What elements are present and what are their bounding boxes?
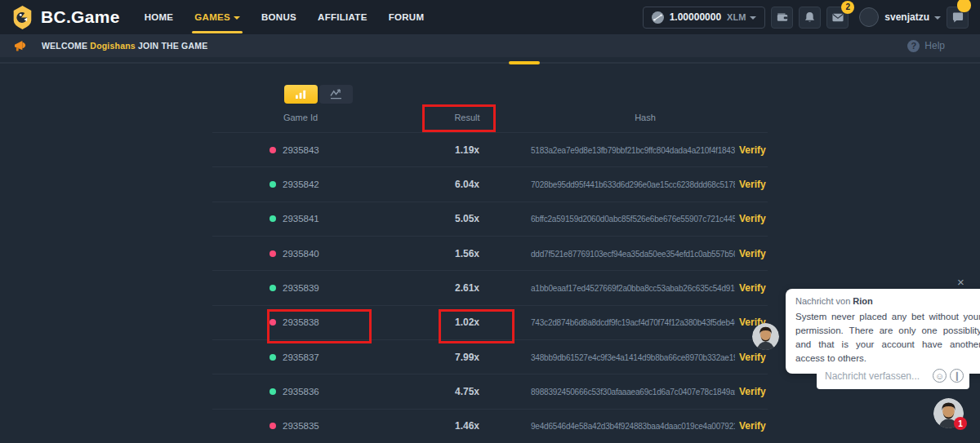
chevron-down-icon xyxy=(234,16,240,20)
table-row: 2935839 2.61x a1bb0eaaf17ed4527669f2a0bb… xyxy=(212,270,768,304)
balance-selector[interactable]: 1.00000000 XLM xyxy=(643,7,766,29)
brand-name: BC.Game xyxy=(41,7,120,27)
game-id[interactable]: 2935842 xyxy=(283,179,319,189)
brand-logo[interactable]: BC.Game xyxy=(0,5,120,30)
status-dot xyxy=(270,423,276,429)
result-value: 2.61x xyxy=(455,282,479,294)
game-id-cell: 2935840 xyxy=(270,249,319,259)
game-id[interactable]: 2935840 xyxy=(283,249,319,259)
game-id-cell: 2935841 xyxy=(270,214,319,224)
megaphone-icon xyxy=(14,40,28,52)
help-button[interactable]: ? Help xyxy=(907,40,966,52)
header-game-id: Game Id xyxy=(283,113,318,122)
question-mark-icon: ? xyxy=(907,40,920,52)
result-value: 7.99x xyxy=(455,352,479,363)
hash-value: ddd7f521e87769103ecf94ea35da50ee354efd1c… xyxy=(531,249,735,258)
bc-game-logo-icon xyxy=(11,5,33,30)
hash-value: 348bb9db61527e4c9f3e4a1414d9b8ba66ce8970… xyxy=(531,352,735,361)
wallet-button[interactable] xyxy=(771,7,793,29)
verify-button[interactable]: Verify xyxy=(739,213,766,224)
section-divider xyxy=(0,62,980,64)
game-id-cell: 2935839 xyxy=(270,283,319,293)
hash-value: 9e4d6546d4e58a42d3b4f924883baa4daac019ce… xyxy=(531,422,735,431)
result-value: 1.46x xyxy=(455,420,479,432)
avatar-photo xyxy=(752,323,779,350)
bar-chart-icon xyxy=(295,89,307,100)
verify-button[interactable]: Verify xyxy=(739,248,766,259)
chat-message-header: Nachricht von Rion xyxy=(795,296,980,306)
announcement-text: WELCOME Dogishans JOIN THE GAME xyxy=(42,41,207,51)
chevron-down-icon xyxy=(934,16,941,20)
nav-item-affiliate[interactable]: AFFILIATE xyxy=(318,0,368,34)
nav-item-bonus[interactable]: BONUS xyxy=(261,0,296,34)
chat-unread-badge: 1 xyxy=(954,417,967,430)
game-id[interactable]: 2935835 xyxy=(283,421,319,431)
chat-header-prefix: Nachricht von xyxy=(795,296,850,306)
verify-button[interactable]: Verify xyxy=(739,282,766,294)
status-dot xyxy=(270,354,276,361)
chat-toggle-button[interactable] xyxy=(947,7,969,29)
balance-amount: 1.00000000 xyxy=(670,11,721,23)
chat-message-card: Nachricht von Rion System never placed a… xyxy=(786,289,980,374)
chat-badge xyxy=(957,0,971,12)
header-hash: Hash xyxy=(635,113,656,122)
nav-item-home[interactable]: HOME xyxy=(145,0,174,34)
currency-dropdown[interactable]: XLM xyxy=(727,12,756,22)
verify-button[interactable]: Verify xyxy=(739,386,766,397)
result-value: 1.19x xyxy=(455,144,479,156)
verify-button[interactable]: Verify xyxy=(739,420,766,432)
game-id-cell: 2935843 xyxy=(270,145,319,155)
table-row: 2935840 1.56x ddd7f521e87769103ecf94ea35… xyxy=(212,236,768,270)
tab-trends[interactable] xyxy=(319,85,353,104)
chat-bubble-icon xyxy=(952,12,964,23)
status-dot xyxy=(270,215,276,222)
game-id[interactable]: 2935837 xyxy=(283,352,319,362)
notifications-button[interactable] xyxy=(799,7,821,29)
envelope-icon xyxy=(832,13,844,22)
username: svenjatzu xyxy=(884,11,929,23)
game-id[interactable]: 2935841 xyxy=(283,214,319,224)
table-row: 2935842 6.04x 7028be95dd95f441b633d6d296… xyxy=(212,166,768,201)
announcement-bar: WELCOME Dogishans JOIN THE GAME ? Help xyxy=(0,34,980,57)
status-dot xyxy=(270,285,276,291)
emoji-icon[interactable]: ☺ xyxy=(933,369,947,383)
hash-value: 5183a2ea7e9d8e13fb79bbf21bc9ffc804dada4a… xyxy=(531,145,735,154)
user-avatar[interactable] xyxy=(859,7,879,27)
progress-dash xyxy=(509,61,540,64)
table-row: 2935835 1.46x 9e4d6546d4e58a42d3b4f92488… xyxy=(212,409,768,443)
attachment-icon[interactable]: ❙ xyxy=(950,369,964,383)
game-history-table: Game Id Result Hash 2935843 1.19x 5183a2… xyxy=(212,78,768,443)
game-id[interactable]: 2935843 xyxy=(283,145,319,155)
result-value: 5.05x xyxy=(455,213,479,224)
announcement-username[interactable]: Dogishans xyxy=(90,41,135,51)
bell-icon xyxy=(804,11,815,23)
mail-button[interactable]: 2 xyxy=(826,7,849,29)
bc-game-page: BC.Game HOME GAMES BONUS AFFILIATE FORUM… xyxy=(0,0,980,443)
chat-message-text: System never placed any bet without your… xyxy=(795,310,980,365)
game-id[interactable]: 2935836 xyxy=(283,387,319,396)
chevron-down-icon xyxy=(750,16,756,20)
user-menu[interactable]: svenjatzu xyxy=(884,11,941,23)
highlight-box-game-id xyxy=(267,309,372,343)
highlight-box-result-header xyxy=(422,104,496,132)
verify-button[interactable]: Verify xyxy=(739,179,766,190)
line-chart-icon xyxy=(330,89,342,100)
table-body: 2935843 1.19x 5183a2ea7e9d8e13fb79bbf21b… xyxy=(212,132,768,443)
table-row: 2935841 5.05x 6bffc2a59159d2060d0abc85f5… xyxy=(212,202,768,236)
chat-sender-name: Rion xyxy=(853,296,872,306)
nav-item-games[interactable]: GAMES xyxy=(194,0,240,34)
verify-button[interactable]: Verify xyxy=(739,352,766,363)
history-view-tabs xyxy=(284,85,353,104)
game-id-cell: 2935837 xyxy=(270,352,319,362)
close-icon[interactable]: × xyxy=(957,275,964,289)
status-dot xyxy=(270,181,276,188)
nav-item-forum[interactable]: FORUM xyxy=(389,0,425,34)
chat-message-input[interactable] xyxy=(825,370,929,382)
chat-widget-avatar[interactable]: 1 xyxy=(933,398,964,428)
chat-sender-avatar xyxy=(752,323,779,350)
result-value: 6.04x xyxy=(455,179,479,190)
verify-button[interactable]: Verify xyxy=(739,144,766,156)
game-id[interactable]: 2935839 xyxy=(283,283,319,293)
nav-item-games-label: GAMES xyxy=(194,12,230,22)
tab-my-bets[interactable] xyxy=(284,85,318,104)
